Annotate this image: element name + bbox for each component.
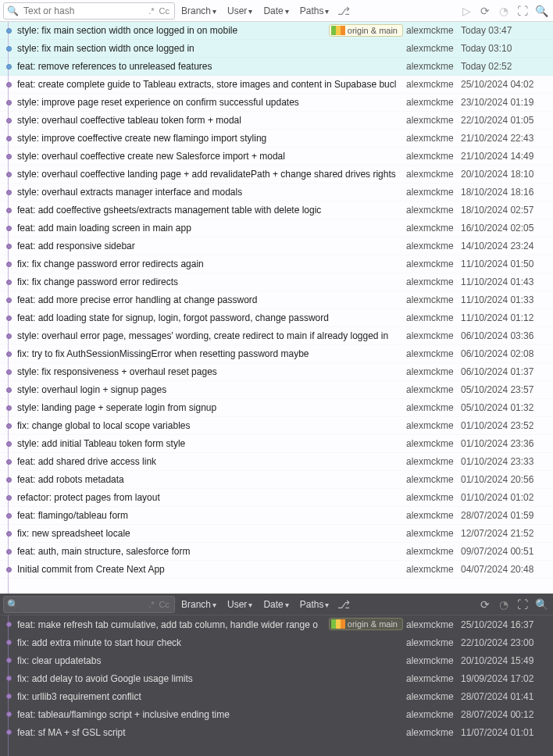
commit-node-icon <box>6 477 12 483</box>
commit-date: 01/10/2024 20:56 <box>461 474 553 485</box>
commit-row[interactable]: feat: remove references to unreleased fe… <box>0 58 553 76</box>
search-box[interactable]: 🔍 .* Cc <box>3 596 175 613</box>
commit-author: alexmckme <box>406 709 461 720</box>
commit-row[interactable]: fix: fix change password error redirects… <box>0 255 553 273</box>
regex-icon[interactable]: .* <box>148 6 154 16</box>
commit-row[interactable]: feat: auth, main structure, salesforce f… <box>0 543 553 561</box>
filter-date[interactable]: Date <box>259 4 293 18</box>
commit-message: feat: remove references to unreleased fe… <box>14 61 406 72</box>
refresh-icon[interactable]: ⟳ <box>476 2 494 20</box>
cherry-pick-icon[interactable]: ◔ <box>495 596 512 613</box>
commit-row[interactable]: feat: create complete guide to Tableau e… <box>0 76 553 94</box>
commit-author: alexmckme <box>406 637 461 648</box>
commit-row[interactable]: feat: make refresh tab cumulative, add t… <box>0 615 553 633</box>
commit-row[interactable]: fix: fix change password error redirects… <box>0 273 553 291</box>
commit-date: Today 03:47 <box>461 25 553 36</box>
commit-message: style: fix main section width once logge… <box>14 43 406 54</box>
filter-date[interactable]: Date <box>259 597 293 612</box>
commit-author: alexmckme <box>406 402 461 413</box>
commit-row[interactable]: feat: add loading state for signup, logi… <box>0 309 553 327</box>
branch-badge[interactable]: origin & main <box>329 618 403 630</box>
filter-user[interactable]: User <box>223 4 257 18</box>
expand-icon[interactable]: ⛶ <box>514 596 531 613</box>
commit-row[interactable]: fix: try to fix AuthSessionMissingError … <box>0 345 553 363</box>
branch-badge[interactable]: origin & main <box>329 24 403 37</box>
commit-row[interactable]: feat: add main loading screen in main ap… <box>0 219 553 237</box>
commit-list-top[interactable]: style: fix main section width once logge… <box>0 22 553 594</box>
commit-date: 28/07/2024 01:41 <box>461 691 553 702</box>
cherry-pick-icon[interactable]: ◔ <box>495 2 512 20</box>
search-input[interactable] <box>22 5 145 17</box>
commit-row[interactable]: style: add initial Tableau token form st… <box>0 435 553 453</box>
commit-date: 09/07/2024 00:51 <box>461 546 553 557</box>
case-toggle[interactable]: Cc <box>158 600 171 609</box>
commit-node-icon <box>6 513 12 519</box>
regex-icon[interactable]: .* <box>148 600 154 609</box>
commit-row[interactable]: style: overhaul coeffective tableau toke… <box>0 112 553 130</box>
commit-row[interactable]: feat: tableau/flamingo script + inclusiv… <box>0 705 553 723</box>
filter-branch[interactable]: Branch <box>177 597 221 612</box>
commit-list-bottom[interactable]: feat: make refresh tab cumulative, add t… <box>0 615 553 756</box>
run-icon[interactable]: ▷ <box>458 2 475 20</box>
commit-message: style: overhaul error page, messages' wo… <box>14 330 406 341</box>
commit-message: fix: fix change password error redirects… <box>14 259 406 269</box>
commit-row[interactable]: feat: add shared drive access linkalexmc… <box>0 453 553 471</box>
search-input[interactable] <box>22 598 145 611</box>
commit-row[interactable]: fix: add delay to avoid Google usage lim… <box>0 669 553 687</box>
commit-author: alexmckme <box>406 546 461 557</box>
find-icon[interactable]: 🔍 <box>533 2 550 20</box>
search-box[interactable]: 🔍 .* Cc <box>3 2 175 20</box>
commit-row[interactable]: feat: add responsive sidebaralexmckme14/… <box>0 237 553 255</box>
commit-row[interactable]: fix: change global to local scope variab… <box>0 417 553 435</box>
commit-date: 18/10/2024 18:16 <box>461 187 553 198</box>
commit-node-icon <box>6 423 12 429</box>
commit-row[interactable]: style: overhaul coeffective create new S… <box>0 148 553 166</box>
filter-user[interactable]: User <box>223 597 257 612</box>
case-toggle[interactable]: Cc <box>158 6 171 16</box>
commit-row[interactable]: style: improve page reset experience on … <box>0 94 553 112</box>
commit-author: alexmckme <box>406 223 461 234</box>
commit-author: alexmckme <box>406 43 461 54</box>
commit-row[interactable]: Initial commit from Create Next Appalexm… <box>0 561 553 579</box>
commit-date: 20/10/2024 15:49 <box>461 655 553 666</box>
toggle-graph-icon[interactable]: ⎇ <box>335 596 352 613</box>
commit-row[interactable]: style: overhaul login + signup pagesalex… <box>0 381 553 399</box>
commit-row[interactable]: refactor: protect pages from layoutalexm… <box>0 489 553 507</box>
commit-row[interactable]: style: fix main section width once logge… <box>0 40 553 58</box>
commit-row[interactable]: style: overhaul coeffective landing page… <box>0 166 553 184</box>
commit-node-icon <box>6 622 12 627</box>
commit-row[interactable]: feat: sf MA + sf GSL scriptalexmckme11/0… <box>0 723 553 741</box>
commit-row[interactable]: style: overhaul error page, messages' wo… <box>0 327 553 345</box>
commit-row[interactable]: feat: add more precise error handling at… <box>0 291 553 309</box>
filter-paths[interactable]: Paths <box>295 4 334 18</box>
filter-branch[interactable]: Branch <box>177 4 221 18</box>
commit-row[interactable]: fix: urllib3 requirement conflictalexmck… <box>0 687 553 705</box>
commit-node-icon <box>6 46 12 52</box>
commit-row[interactable]: feat: flamingo/tableau formalexmckme28/0… <box>0 507 553 525</box>
commit-row[interactable]: fix: add extra minute to start hour chec… <box>0 633 553 651</box>
find-icon[interactable]: 🔍 <box>533 596 550 613</box>
commit-row[interactable]: fix: new spreadsheet localealexmckme12/0… <box>0 525 553 543</box>
commit-date: 11/10/2024 01:50 <box>461 259 553 269</box>
search-icon: 🔍 <box>7 5 19 16</box>
expand-icon[interactable]: ⛶ <box>514 2 531 20</box>
commit-message: feat: add loading state for signup, logi… <box>14 312 406 323</box>
commit-author: alexmckme <box>406 205 461 216</box>
filter-paths[interactable]: Paths <box>295 597 334 612</box>
commit-row[interactable]: style: overhaul extracts manager interfa… <box>0 184 553 201</box>
toggle-graph-icon[interactable]: ⎇ <box>335 2 352 20</box>
commit-node-icon <box>6 711 12 717</box>
commit-row[interactable]: style: improve coeffective create new fl… <box>0 130 553 148</box>
commit-row[interactable]: feat: add coeffective gsheets/extracts m… <box>0 201 553 219</box>
commit-row[interactable]: style: fix main section width once logge… <box>0 22 553 40</box>
commit-row[interactable]: fix: clear updatetabsalexmckme20/10/2024… <box>0 651 553 669</box>
commit-row[interactable]: style: landing page + seperate login fro… <box>0 399 553 417</box>
commit-row[interactable]: feat: add robots metadataalexmckme01/10/… <box>0 471 553 489</box>
commit-row[interactable]: style: fix responsiveness + overhaul res… <box>0 363 553 381</box>
refresh-icon[interactable]: ⟳ <box>476 596 494 613</box>
branch-badge-label: origin & main <box>348 26 398 35</box>
branch-badge-label: origin & main <box>348 619 398 629</box>
commit-date: 12/07/2024 21:52 <box>461 528 553 539</box>
commit-author: alexmckme <box>406 241 461 251</box>
commit-date: 23/10/2024 01:19 <box>461 97 553 108</box>
